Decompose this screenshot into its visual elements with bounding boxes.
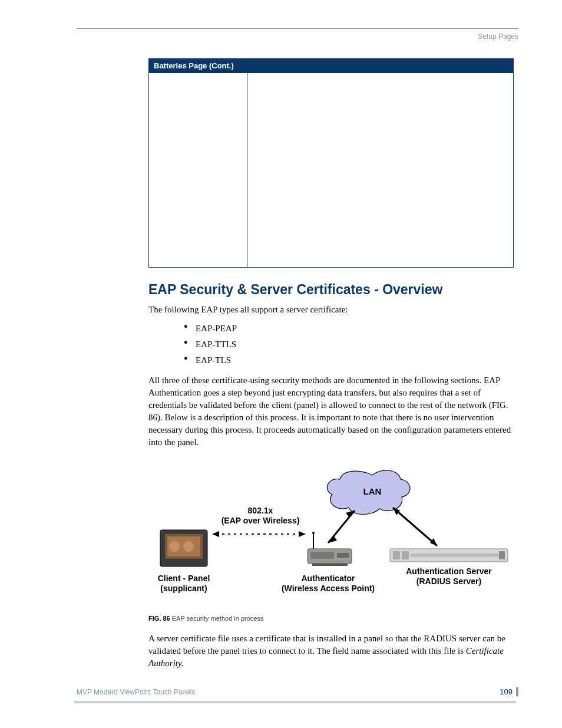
footer-doc-title: MVP Modero ViewPoint Touch Panels [77,688,195,696]
arrow-head [430,538,437,546]
certificate-paragraph: A server certificate file uses a certifi… [148,633,514,670]
figure-caption: FIG. 86 EAP security method in process [148,615,514,622]
description-paragraph: All three of these certificate-using sec… [148,374,514,449]
figure-number: FIG. 86 [148,615,170,622]
arrow-line [393,508,437,546]
authenticator-label-1: Authenticator [302,574,356,583]
ap-detail [310,552,334,559]
server-detail [393,551,400,559]
client-screen-detail [183,541,194,552]
arrow-head [212,531,219,537]
top-rule [77,28,518,29]
intro-paragraph: The following EAP types all support a se… [148,304,514,316]
batteries-table: Batteries Page (Cont.) [148,58,514,268]
eap-label-2: (EAP over Wireless) [222,516,300,525]
main-content: Batteries Page (Cont.) EAP Security & Se… [148,58,514,670]
diagram-svg: LAN 802.1x (EAP over Wireless) [148,466,514,608]
page-number: 109 [500,687,513,696]
table-title: Batteries Page (Cont.) [149,59,514,73]
server-label-1: Authentication Server [406,566,492,576]
server-detail [411,554,499,557]
client-label-1: Client - Panel [158,574,210,583]
cert-para-text: A server certificate file uses a certifi… [148,634,505,655]
table-cell-right [247,73,514,268]
table-cell-left [149,73,247,268]
ap-detail [337,553,349,558]
footer-strip [74,701,516,703]
server-detail [402,551,409,559]
list-item: EAP-TTLS [184,337,514,353]
eap-types-list: EAP-PEAP EAP-TTLS EAP-TLS [184,321,514,368]
table-row [149,73,514,268]
server-detail [499,551,505,559]
page-footer: MVP Modero ViewPoint Touch Panels 109 [77,687,518,696]
list-item: EAP-TLS [184,353,514,368]
lan-label: LAN [363,486,382,496]
antenna-tip [312,532,315,534]
figure-caption-text: EAP security method in process [170,615,264,622]
client-screen-detail [169,541,180,552]
authenticator-label-2: (Wireless Access Point) [282,584,375,593]
arrow-head [299,531,306,537]
page-content: Setup Pages Batteries Page (Cont.) EAP S… [77,28,518,674]
ap-base [312,564,348,566]
list-item: EAP-PEAP [184,321,514,337]
heading-eap-security: EAP Security & Server Certificates - Ove… [148,282,514,298]
client-label-2: (supplicant) [160,584,207,593]
server-label-2: (RADIUS Server) [416,577,481,586]
figure-86: LAN 802.1x (EAP over Wireless) [148,466,514,622]
header-section-label: Setup Pages [77,32,518,41]
eap-label-1: 802.1x [248,506,273,515]
